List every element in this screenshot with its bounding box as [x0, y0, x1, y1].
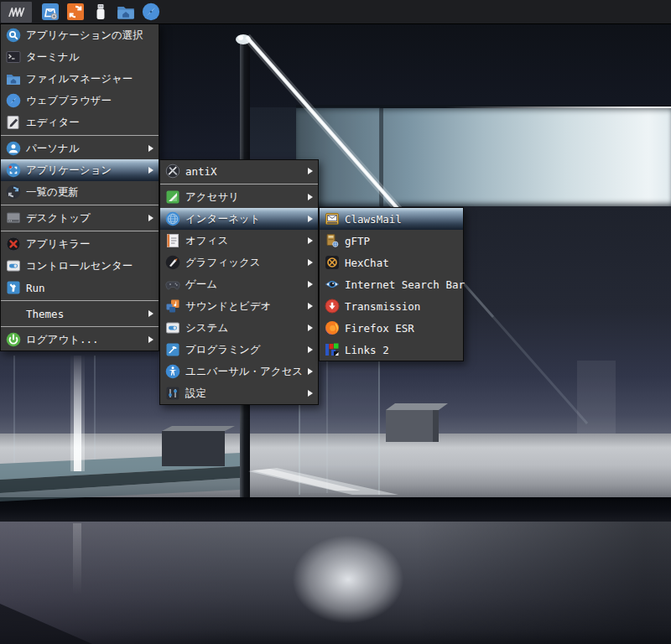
menu-item-label: エディター — [26, 116, 80, 130]
menu-item-hexchat[interactable]: HexChat — [320, 252, 463, 273]
menu-item-label: 設定 — [185, 387, 206, 401]
menu-item-desktop[interactable]: デスクトップ — [1, 207, 159, 229]
menu-item-firefox-esr[interactable]: Firefox ESR — [320, 317, 463, 339]
menu-item-applications[interactable]: アプリケーション — [1, 159, 159, 181]
menu-item-editor[interactable]: エディター — [1, 112, 159, 133]
submenu-arrow-icon — [308, 194, 313, 200]
menu-item-label: グラフィックス — [185, 256, 261, 270]
menu-item-label: サウンドとビデオ — [185, 299, 271, 314]
programming-icon — [165, 342, 180, 357]
antix-icon — [165, 164, 180, 179]
menu-item-label: Themes — [26, 308, 64, 320]
menu-item-run[interactable]: Run — [1, 277, 159, 299]
hexchat-icon — [325, 255, 340, 270]
updater-icon — [66, 3, 85, 21]
games-icon — [165, 277, 180, 292]
menu-item-web-browser[interactable]: ウェブブラウザー — [1, 90, 159, 112]
menu-button[interactable] — [1, 2, 32, 23]
menu-item-system[interactable]: システム — [160, 317, 318, 339]
menu-item-themes[interactable]: Themes — [1, 303, 159, 325]
menu-item-accessories[interactable]: アクセサリ — [160, 186, 318, 208]
menu-item-internet[interactable]: インターネット — [160, 208, 318, 230]
blank-icon — [6, 306, 21, 321]
menu-item-label: Firefox ESR — [345, 322, 414, 335]
menu-item-office[interactable]: オフィス — [160, 230, 318, 252]
accessories-icon — [165, 190, 180, 205]
launcher-web-browser[interactable] — [141, 2, 161, 22]
sound-video-icon — [165, 299, 180, 314]
menu-item-label: アクセサリ — [185, 190, 239, 205]
submenu-arrow-icon — [308, 346, 313, 353]
menu-item-label: プログラミング — [185, 343, 261, 357]
search-icon — [6, 28, 21, 43]
menu-item-universal-access[interactable]: ユニバーサル・アクセス — [160, 361, 318, 382]
menu-item-logout[interactable]: ログアウト... — [1, 329, 159, 351]
menu-item-antix[interactable]: antiX — [160, 160, 318, 182]
menu-item-refresh-list[interactable]: 一覧の更新 — [1, 181, 159, 203]
taskbar — [0, 0, 671, 24]
submenu-arrow-icon — [148, 310, 153, 317]
menu-item-label: オフィス — [185, 234, 228, 248]
menu-item-clawsmail[interactable]: ClawsMail — [320, 208, 463, 230]
taskbar-launchers — [38, 2, 164, 22]
submenu-arrow-icon — [308, 237, 313, 244]
menu-item-links2[interactable]: Links 2 — [320, 339, 463, 361]
menu-item-label: アプリキラー — [26, 237, 90, 252]
launcher-package-installer[interactable] — [40, 2, 60, 22]
clawsmail-icon — [325, 211, 340, 226]
internet-search-bar-icon — [325, 277, 340, 292]
menu-item-label: ターミナル — [26, 50, 80, 65]
menu-item-graphics[interactable]: グラフィックス — [160, 252, 318, 273]
menu-item-games[interactable]: ゲーム — [160, 273, 318, 295]
menu-item-label: gFTP — [345, 235, 370, 247]
menu-item-terminal[interactable]: ターミナル — [1, 46, 159, 68]
submenu-arrow-icon — [308, 259, 313, 266]
menu-item-app-killer[interactable]: アプリキラー — [1, 233, 159, 255]
links2-icon — [325, 342, 340, 357]
firefox-icon — [325, 320, 340, 335]
submenu-arrow-icon — [148, 336, 153, 343]
submenu-arrow-icon — [308, 325, 313, 331]
launcher-usb-drive[interactable] — [91, 2, 111, 22]
menu-item-label: ユニバーサル・アクセス — [185, 365, 303, 379]
settings-icon — [165, 386, 180, 401]
submenu-arrow-icon — [148, 167, 153, 174]
menu-item-programming[interactable]: プログラミング — [160, 339, 318, 361]
menu-item-label: アプリケーション — [26, 164, 112, 178]
menu-item-internet-search-bar[interactable]: Internet Search Bar — [320, 273, 463, 295]
transmission-icon — [325, 299, 340, 314]
app-killer-icon — [6, 236, 21, 252]
menu-item-label: ClawsMail — [345, 213, 402, 226]
menu-item-transmission[interactable]: Transmission — [320, 295, 463, 317]
menu-item-label: システム — [185, 321, 228, 335]
root-menu: アプリケーションの選択ターミナルファイルマネージャーウェブブラウザーエディターパ… — [0, 23, 159, 351]
menu-item-label: ウェブブラウザー — [26, 94, 112, 108]
submenu-arrow-icon — [308, 368, 313, 375]
menu-item-sound-video[interactable]: サウンドとビデオ — [160, 295, 318, 317]
menu-item-personal[interactable]: パーソナル — [1, 138, 159, 159]
submenu-arrow-icon — [308, 281, 313, 288]
submenu-arrow-icon — [148, 145, 153, 152]
wallpaper-floor — [0, 434, 671, 497]
menu-item-label: Run — [26, 282, 45, 294]
refresh-icon — [6, 184, 21, 200]
web-browser-icon — [6, 93, 21, 108]
antix-logo-icon — [6, 6, 28, 18]
menu-item-file-manager[interactable]: ファイルマネージャー — [1, 68, 159, 90]
desktop: アプリケーションの選択ターミナルファイルマネージャーウェブブラウザーエディターパ… — [0, 0, 671, 644]
launcher-updater[interactable] — [65, 2, 86, 22]
menu-item-app-select[interactable]: アプリケーションの選択 — [1, 24, 159, 46]
run-icon — [6, 280, 21, 295]
menu-item-settings[interactable]: 設定 — [160, 382, 318, 404]
personal-icon — [6, 141, 21, 156]
usb-drive-icon — [91, 3, 110, 21]
menu-item-label: ログアウト... — [26, 333, 99, 347]
menu-item-label: デスクトップ — [26, 211, 91, 226]
menu-item-gftp[interactable]: gFTP — [320, 230, 463, 252]
menu-item-label: コントロールセンター — [26, 259, 133, 273]
menu-item-control-center[interactable]: コントロールセンター — [1, 255, 159, 277]
launcher-file-manager[interactable] — [116, 2, 136, 22]
menu-item-label: Internet Search Bar — [345, 278, 465, 291]
system-icon — [165, 320, 180, 335]
menu-item-label: インターネット — [185, 212, 260, 226]
